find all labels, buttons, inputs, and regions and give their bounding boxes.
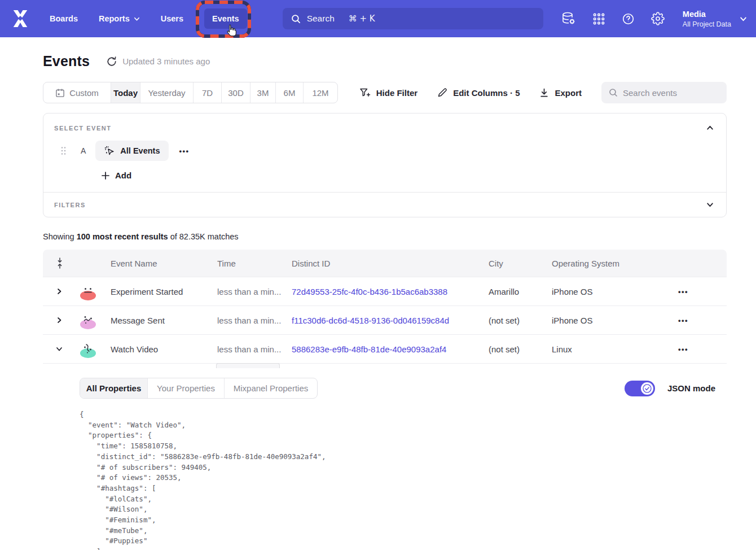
distinct-id-cell: 72d49553-25fc-4f0c-b436-1b5ac6ab3388 [292, 287, 489, 296]
expand-filters-button[interactable] [705, 200, 715, 209]
row-actions-button[interactable]: ••• [658, 287, 727, 296]
project-switcher-text: Media All Project Data [683, 9, 731, 29]
calendar-icon [55, 88, 65, 98]
header-city[interactable]: City [489, 259, 552, 268]
tab-mixpanel-properties[interactable]: Mixpanel Properties [225, 378, 317, 398]
settings-gear-icon[interactable] [651, 12, 665, 25]
expand-row-button[interactable] [43, 288, 70, 295]
global-search-placeholder: Search [307, 14, 335, 24]
table-row[interactable]: Experiment Started less than a min... 72… [43, 277, 727, 305]
event-name-cell: Watch Video [102, 344, 217, 354]
event-selector-button[interactable]: All Events [95, 141, 169, 161]
chevron-right-icon [56, 288, 63, 295]
events-table: Event Name Time Distinct ID City Operati… [43, 250, 727, 550]
query-builder-card: SELECT EVENT A [43, 113, 727, 217]
apps-grid-icon[interactable] [592, 12, 605, 25]
expand-row-button[interactable] [43, 317, 70, 324]
date-option-yesterday[interactable]: Yesterday [140, 82, 194, 103]
search-events-input[interactable]: Search events [601, 82, 727, 103]
table-tools: Hide Filter Edit Columns · 5 Export [360, 82, 727, 103]
header-event-name[interactable]: Event Name [102, 259, 217, 268]
table-row[interactable]: Message Sent less than a min... f11c30d6… [43, 305, 727, 334]
updated-timestamp: Updated 3 minutes ago [122, 56, 210, 66]
nav-item-events[interactable]: Events [204, 8, 247, 29]
search-icon [291, 14, 301, 24]
download-icon [539, 88, 549, 98]
collapse-row-button[interactable] [43, 346, 70, 352]
date-option-7d[interactable]: 7D [194, 82, 222, 103]
time-cell: less than a min... [217, 344, 292, 354]
date-option-today[interactable]: Today [111, 82, 140, 103]
main-content: Events Updated 3 minutes ago Custom [0, 53, 756, 550]
data-management-icon[interactable] [561, 11, 576, 26]
results-summary: Showing 100 most recent results of 82.35… [43, 232, 727, 241]
add-event-button[interactable]: Add [102, 171, 715, 180]
nav-item-reports[interactable]: Reports [99, 14, 140, 23]
event-step-more-button[interactable]: ••• [179, 147, 189, 155]
filters-section[interactable]: FILTERS [43, 192, 726, 217]
edit-columns-button[interactable]: Edit Columns · 5 [437, 88, 520, 98]
os-cell: iPhone OS [552, 287, 648, 296]
hand-cursor-icon [225, 24, 238, 38]
distinct-id-cell: 5886283e-e9fb-48fb-81de-40e9093a2af4 [292, 344, 489, 354]
header-os[interactable]: Operating System [552, 259, 648, 268]
pencil-icon [437, 88, 447, 98]
tab-your-properties[interactable]: Your Properties [148, 378, 225, 398]
distinct-id-link[interactable]: 72d49553-25fc-4f0c-b436-1b5ac6ab3388 [292, 287, 447, 296]
row-actions-button[interactable]: ••• [658, 316, 727, 325]
distinct-id-link[interactable]: 5886283e-e9fb-48fb-81de-40e9093a2af4 [292, 344, 446, 354]
nav-item-events-label: Events [212, 14, 239, 23]
select-event-title: SELECT EVENT [54, 125, 112, 132]
page-header: Events Updated 3 minutes ago [43, 53, 727, 69]
app-root: Boards Reports Users Events Search ⌘ + K [0, 0, 756, 550]
distinct-id-link[interactable]: f11c30d6-dc6d-4518-9136-0d046159c84d [292, 316, 449, 325]
event-name-cell: Experiment Started [102, 287, 217, 296]
city-cell: Amarillo [489, 287, 552, 296]
search-shortcut: ⌘ + K [349, 14, 375, 24]
event-selector-label: All Events [120, 146, 160, 155]
header-time[interactable]: Time [217, 259, 292, 268]
chevron-down-icon [740, 15, 747, 23]
date-option-6m[interactable]: 6M [276, 82, 304, 103]
event-avatar [80, 348, 96, 358]
results-count: 100 most recent results [77, 232, 168, 241]
table-row-expanded[interactable]: Watch Video less than a min... 5886283e-… [43, 334, 727, 363]
global-search-input[interactable]: Search ⌘ + K [283, 8, 543, 29]
os-cell: Linux [552, 344, 648, 354]
city-cell: (not set) [489, 316, 552, 325]
detail-toolbar: All Properties Your Properties Mixpanel … [80, 378, 715, 399]
date-option-custom[interactable]: Custom [43, 82, 111, 103]
help-icon[interactable] [622, 12, 635, 25]
sort-order-icon[interactable] [43, 257, 70, 269]
tab-all-properties[interactable]: All Properties [80, 378, 148, 398]
date-option-30d-label: 30D [228, 88, 244, 98]
hide-filter-button[interactable]: Hide Filter [360, 88, 417, 98]
header-distinct-id[interactable]: Distinct ID [292, 259, 489, 268]
date-option-today-label: Today [113, 88, 138, 98]
row-actions-button[interactable]: ••• [658, 345, 727, 353]
project-switcher[interactable]: Media All Project Data [683, 9, 747, 29]
nav-item-users[interactable]: Users [161, 14, 183, 23]
date-option-12m[interactable]: 12M [304, 82, 337, 103]
nav-item-boards[interactable]: Boards [50, 14, 78, 23]
date-option-yesterday-label: Yesterday [148, 88, 185, 98]
export-button[interactable]: Export [539, 88, 582, 98]
date-option-30d[interactable]: 30D [222, 82, 250, 103]
event-step-letter: A [81, 146, 86, 155]
refresh-icon[interactable] [107, 56, 117, 67]
date-range-control: Custom Today Yesterday 7D 30D 3M 6M 12M [43, 82, 338, 103]
date-option-7d-label: 7D [202, 88, 213, 98]
json-mode-toggle[interactable] [625, 381, 655, 396]
nav-item-reports-label: Reports [99, 14, 130, 23]
json-mode-label: JSON mode [667, 383, 715, 393]
drag-handle[interactable] [60, 146, 67, 155]
time-tooltip-fragment [216, 363, 280, 368]
event-detail-panel: All Properties Your Properties Mixpanel … [43, 363, 727, 550]
date-option-3m[interactable]: 3M [250, 82, 276, 103]
event-step-row: A All Events ••• [54, 141, 715, 161]
mixpanel-logo-icon[interactable] [11, 9, 29, 28]
distinct-id-cell: f11c30d6-dc6d-4518-9136-0d046159c84d [292, 316, 489, 325]
export-label: Export [555, 88, 582, 98]
collapse-section-button[interactable] [705, 123, 715, 133]
navbar-right: Media All Project Data [561, 9, 747, 29]
